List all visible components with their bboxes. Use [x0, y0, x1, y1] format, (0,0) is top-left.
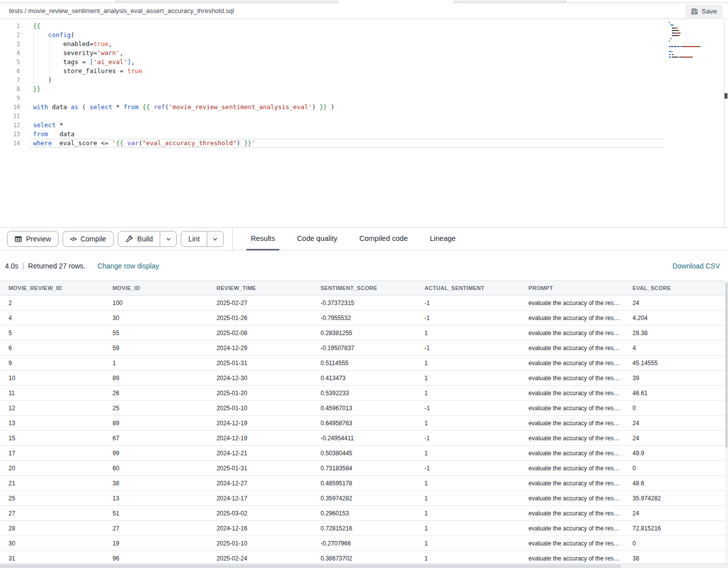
code-line[interactable]: 5 tags = ['ai_eval'],	[0, 58, 671, 67]
prompt-text: evaluate the accuracy of the res…	[529, 300, 620, 307]
build-button[interactable]: Build	[118, 231, 160, 246]
cell-actual_sentiment: 1	[416, 536, 520, 550]
cell-movie_review_id: 11	[0, 386, 104, 400]
cell-actual_sentiment: 1	[416, 446, 520, 460]
lint-dropdown-button[interactable]	[207, 231, 223, 246]
tab-code-quality[interactable]: Code quality	[292, 228, 342, 250]
code-line[interactable]: 4 severity='warn',	[0, 49, 671, 58]
column-header-actual_sentiment[interactable]: ACTUAL_SENTIMENT	[416, 281, 520, 295]
editor-minimap[interactable]	[669, 22, 706, 59]
code-text: select *	[20, 121, 63, 130]
minimap-line	[669, 51, 706, 52]
horizontal-scrollbar-thumb[interactable]	[0, 564, 621, 568]
cell-movie_id: 27	[104, 521, 208, 535]
code-line[interactable]: 7 )	[0, 76, 671, 85]
query-duration: 4.0s	[5, 262, 18, 270]
cell-prompt: evaluate the accuracy of the res…	[520, 341, 624, 355]
minimap-line	[669, 35, 706, 36]
cell-actual_sentiment: -1	[416, 311, 520, 325]
code-line[interactable]: 10with data as ( select * from {{ ref('m…	[0, 103, 671, 112]
ide-window: tests / movie_review_sentiment_analysis_…	[0, 0, 728, 568]
prompt-text: evaluate the accuracy of the res…	[529, 465, 620, 472]
cell-movie_review_id: 27	[0, 506, 104, 520]
download-csv-link[interactable]: Download CSV	[672, 262, 720, 270]
line-number: 14	[0, 139, 20, 148]
rows-returned-text: Returned 27 rows.	[28, 262, 85, 270]
column-header-sentiment_score[interactable]: SENTIMENT_SCORE	[312, 281, 416, 295]
line-number: 10	[0, 103, 20, 112]
table-row: 5552025-02-080.283812551evaluate the acc…	[0, 326, 728, 341]
breadcrumb: tests / movie_review_sentiment_analysis_…	[9, 7, 234, 15]
cell-review_time: 2025-03-02	[208, 506, 312, 520]
cell-actual_sentiment: 1	[416, 416, 520, 430]
editor-scrollbar-thumb[interactable]	[724, 93, 727, 99]
cell-sentiment_score: 0.2960153	[312, 506, 416, 520]
save-button[interactable]: Save	[685, 5, 723, 18]
code-text: {{	[20, 22, 41, 31]
cell-eval_score: 0	[624, 461, 728, 475]
line-number: 5	[0, 58, 20, 67]
tab-lineage[interactable]: Lineage	[425, 228, 460, 250]
cell-movie_id: 100	[104, 296, 208, 310]
cell-movie_id: 19	[104, 536, 208, 550]
cell-prompt: evaluate the accuracy of the res…	[520, 521, 624, 535]
minimap-line	[669, 54, 706, 55]
action-toolbar: Preview </> Compile Build Lint	[0, 228, 728, 250]
table-row: 25132024-12-170.359742821evaluate the ac…	[0, 491, 728, 506]
floppy-disk-icon	[691, 8, 698, 15]
cell-prompt: evaluate the accuracy of the res…	[520, 296, 624, 310]
cell-sentiment_score: -0.24954411	[312, 431, 416, 445]
code-line[interactable]: 8}}	[0, 85, 671, 94]
cell-movie_id: 99	[104, 446, 208, 460]
code-line[interactable]: 1{{	[0, 22, 671, 31]
cell-eval_score: 0	[624, 536, 728, 550]
column-header-movie_review_id[interactable]: MOVIE_REVIEW_ID	[0, 281, 104, 295]
compile-button[interactable]: </> Compile	[63, 231, 114, 247]
build-button-label: Build	[137, 235, 153, 243]
code-line[interactable]: 13from data	[0, 130, 671, 139]
code-line[interactable]: 6 store_failures = true	[0, 67, 671, 76]
change-row-display-link[interactable]: Change row display	[98, 262, 159, 270]
cell-eval_score: 49.9	[624, 446, 728, 460]
column-header-prompt[interactable]: PROMPT	[520, 281, 624, 295]
prompt-text: evaluate the accuracy of the res…	[529, 420, 620, 427]
tab-compiled-code[interactable]: Compiled code	[355, 228, 413, 250]
cell-movie_id: 89	[104, 371, 208, 385]
cell-prompt: evaluate the accuracy of the res…	[520, 536, 624, 550]
cell-review_time: 2024-12-19	[208, 431, 312, 445]
table-row: 21002025-02-27-0.37372315-1evaluate the …	[0, 296, 728, 311]
code-line[interactable]: 14where eval_score <= '{{ var("eval_accu…	[0, 139, 671, 148]
cell-prompt: evaluate the accuracy of the res…	[520, 431, 624, 445]
lint-button[interactable]: Lint	[181, 231, 207, 246]
minimap-line	[669, 25, 706, 26]
tab-results[interactable]: Results	[246, 228, 279, 250]
code-line[interactable]: 12select *	[0, 121, 671, 130]
query-status-bar: 4.0s | Returned 27 rows. Change row disp…	[0, 251, 728, 280]
cell-review_time: 2024-12-29	[208, 341, 312, 355]
cell-eval_score: 4.204	[624, 311, 728, 325]
preview-button[interactable]: Preview	[7, 231, 59, 247]
code-text: )	[20, 76, 52, 85]
results-scrollbar-thumb[interactable]	[725, 282, 727, 448]
cell-prompt: evaluate the accuracy of the res…	[520, 506, 624, 520]
line-number: 8	[0, 85, 20, 94]
table-row: 20602025-01-310.73183584-1evaluate the a…	[0, 461, 728, 476]
cell-eval_score: 24	[624, 431, 728, 445]
code-text: from data	[20, 130, 75, 139]
code-line[interactable]: 11	[0, 112, 671, 121]
prompt-text: evaluate the accuracy of the res…	[529, 405, 620, 412]
column-header-eval_score[interactable]: EVAL_SCORE	[624, 281, 728, 295]
code-line[interactable]: 2 config(	[0, 31, 671, 40]
build-dropdown-button[interactable]	[160, 231, 176, 246]
code-editor[interactable]: 1{{2 config(3 enabled=true,4 severity='w…	[0, 20, 728, 228]
code-line[interactable]: 9	[0, 94, 671, 103]
table-row: 912025-01-310.51145551evaluate the accur…	[0, 356, 728, 371]
build-split-button: Build	[118, 231, 177, 247]
column-header-movie_id[interactable]: MOVIE_ID	[104, 281, 208, 295]
code-line[interactable]: 3 enabled=true,	[0, 40, 671, 49]
column-header-review_time[interactable]: REVIEW_TIME	[208, 281, 312, 295]
cell-sentiment_score: 0.64958763	[312, 416, 416, 430]
cell-movie_id: 38	[104, 476, 208, 490]
cell-actual_sentiment: -1	[416, 296, 520, 310]
table-row: 15672024-12-19-0.24954411-1evaluate the …	[0, 431, 728, 446]
